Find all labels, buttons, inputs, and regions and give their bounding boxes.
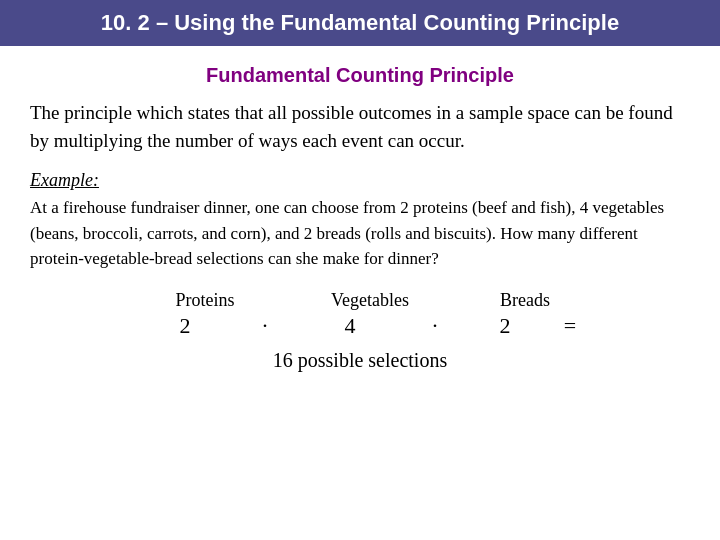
dot2: · (410, 313, 460, 339)
protein-number: 2 (130, 313, 240, 339)
content-area: Fundamental Counting Principle The princ… (0, 46, 720, 382)
breads-label: Breads (480, 290, 570, 311)
slide: 10. 2 – Using the Fundamental Counting P… (0, 0, 720, 540)
title-bar: 10. 2 – Using the Fundamental Counting P… (0, 0, 720, 46)
definition-text: The principle which states that all poss… (30, 99, 690, 154)
vegetable-number: 4 (290, 313, 410, 339)
proteins-label: Proteins (150, 290, 260, 311)
bread-number: 2 (460, 313, 550, 339)
equals-sign: = (550, 313, 590, 339)
dot1: · (240, 313, 290, 339)
title-text: 10. 2 – Using the Fundamental Counting P… (101, 10, 619, 35)
example-label: Example: (30, 170, 690, 191)
example-text: At a firehouse fundraiser dinner, one ca… (30, 195, 690, 272)
result-text: 16 possible selections (30, 349, 690, 372)
subtitle: Fundamental Counting Principle (30, 64, 690, 87)
vegetables-label: Vegetables (310, 290, 430, 311)
num-row: 2 · 4 · 2 = (30, 313, 690, 339)
label-row: Proteins Vegetables Breads (30, 290, 690, 311)
calculation-section: Proteins Vegetables Breads 2 · 4 · 2 = 1… (30, 290, 690, 372)
